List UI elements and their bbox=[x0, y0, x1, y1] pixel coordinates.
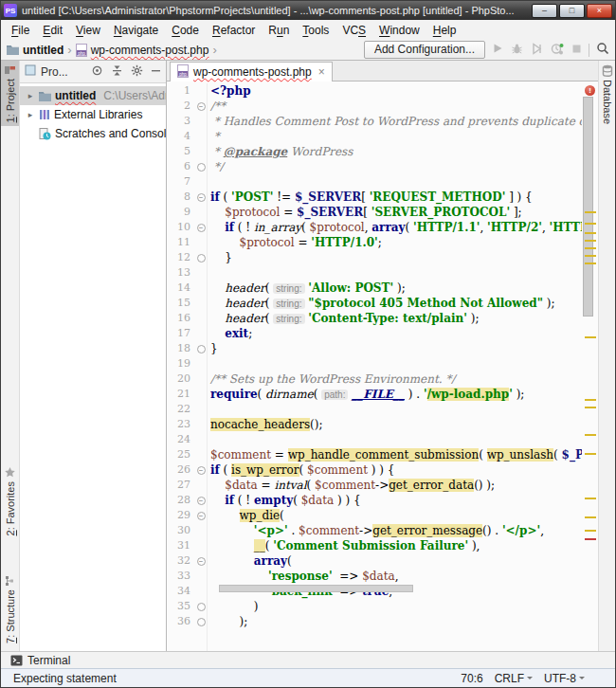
menu-refactor[interactable]: Refactor bbox=[206, 22, 262, 39]
fold-start-icon[interactable]: − bbox=[197, 497, 206, 505]
menu-navigate[interactable]: Navigate bbox=[107, 22, 165, 39]
code-area[interactable]: <?php/** * Handles Comment Post to WordP… bbox=[208, 83, 582, 651]
status-message: Expecting statement bbox=[13, 672, 117, 685]
code-editor[interactable]: 1234567891011121314151617181920212223242… bbox=[167, 81, 598, 651]
collapse-all-icon[interactable] bbox=[111, 64, 123, 80]
chevron-down-icon bbox=[579, 677, 585, 682]
tool-window-button--project[interactable]: 1: Project bbox=[1, 61, 19, 126]
menu-file[interactable]: File bbox=[5, 22, 36, 39]
project-icon bbox=[4, 64, 16, 76]
menu-help[interactable]: Help bbox=[426, 22, 463, 39]
coverage-icon[interactable] bbox=[531, 43, 543, 58]
tab-close-icon[interactable]: × bbox=[317, 65, 325, 79]
chevron-right-icon: › bbox=[208, 43, 220, 57]
tab-wp-comments-post[interactable]: php wp-comments-post.php × bbox=[170, 62, 333, 81]
menu-window[interactable]: Window bbox=[372, 22, 426, 39]
warning-stripe-mark[interactable] bbox=[585, 516, 596, 518]
libraries-icon bbox=[39, 109, 50, 120]
warning-stripe-mark[interactable] bbox=[585, 240, 596, 242]
fold-end-icon[interactable] bbox=[197, 254, 206, 263]
fold-end-icon[interactable] bbox=[197, 163, 206, 172]
warning-stripe-mark[interactable] bbox=[585, 223, 596, 225]
line-number: 8 bbox=[167, 190, 190, 205]
fold-end-icon[interactable] bbox=[197, 618, 206, 626]
warning-stripe-mark[interactable] bbox=[585, 453, 596, 455]
warning-stripe-mark[interactable] bbox=[585, 211, 596, 213]
warning-stripe-mark[interactable] bbox=[585, 498, 596, 499]
encoding-widget[interactable]: UTF-8 bbox=[544, 672, 585, 685]
warning-stripe-mark[interactable] bbox=[585, 530, 596, 532]
run-icon bbox=[492, 43, 503, 54]
tool-window-button--structure[interactable]: 7: Structure bbox=[1, 571, 19, 647]
warning-stripe-mark[interactable] bbox=[585, 263, 596, 264]
expand-chevron-icon[interactable]: ▸ bbox=[26, 91, 35, 100]
tree-item-external-libraries[interactable]: ▸External Libraries bbox=[20, 105, 166, 124]
warning-stripe-mark[interactable] bbox=[585, 232, 596, 234]
caret-position-widget[interactable]: 70:6 bbox=[461, 672, 482, 685]
window-controls: –□× bbox=[532, 4, 612, 18]
title-bar[interactable]: PS untitled [C:\Users\Administrator\Phps… bbox=[1, 1, 615, 20]
fold-start-icon[interactable]: − bbox=[197, 224, 206, 232]
locate-icon bbox=[91, 64, 103, 77]
line-ending-widget[interactable]: CRLF bbox=[495, 672, 533, 685]
php-file-icon: php bbox=[177, 64, 189, 78]
settings-gear-icon[interactable] bbox=[131, 64, 143, 80]
error-stripe-mark[interactable] bbox=[585, 538, 596, 540]
warning-stripe-mark[interactable] bbox=[585, 255, 596, 257]
line-number: 4 bbox=[167, 129, 190, 144]
close-button[interactable]: × bbox=[587, 4, 612, 18]
fold-start-icon[interactable]: − bbox=[197, 193, 206, 202]
debug-icon[interactable] bbox=[511, 43, 523, 58]
warning-stripe-mark[interactable] bbox=[585, 434, 596, 436]
warning-stripe-mark[interactable] bbox=[585, 407, 596, 408]
fold-start-icon[interactable]: − bbox=[197, 557, 206, 566]
breadcrumb-item-untitled[interactable]: untitled bbox=[7, 44, 63, 57]
run-icon[interactable] bbox=[492, 43, 503, 57]
fold-start-icon[interactable]: − bbox=[197, 466, 206, 475]
code-line-5: * @package WordPress bbox=[210, 144, 582, 159]
tool-window-button--favorites[interactable]: 2: Favorites bbox=[1, 462, 19, 539]
code-line-11: $protocol = 'HTTP/1.0'; bbox=[210, 235, 582, 250]
fold-start-icon[interactable]: − bbox=[197, 102, 206, 111]
code-line-16: header( string: 'Content-Type: text/plai… bbox=[210, 311, 582, 326]
tool-window-button-terminal[interactable]: Terminal bbox=[10, 654, 70, 667]
menu-vcs[interactable]: VCS bbox=[335, 22, 372, 39]
maximize-button[interactable]: □ bbox=[559, 4, 585, 18]
fold-end-icon[interactable] bbox=[197, 345, 206, 353]
error-stripe[interactable]: ! bbox=[582, 83, 598, 651]
fold-end-icon[interactable] bbox=[197, 603, 206, 611]
locate-icon[interactable] bbox=[91, 64, 103, 80]
warning-stripe-mark[interactable] bbox=[585, 247, 596, 249]
profiler-icon[interactable] bbox=[551, 43, 564, 58]
menu-edit[interactable]: Edit bbox=[36, 22, 69, 39]
coverage-icon bbox=[531, 43, 543, 55]
code-line-22 bbox=[210, 402, 582, 417]
settings-gear-icon bbox=[131, 64, 143, 77]
add-configuration-button[interactable]: Add Configuration... bbox=[364, 41, 485, 59]
warning-stripe-mark[interactable] bbox=[585, 399, 596, 401]
file-error-indicator-icon[interactable]: ! bbox=[585, 85, 595, 96]
right-tool-strip: Database bbox=[598, 61, 615, 651]
code-line-23: nocache_headers(); bbox=[210, 417, 582, 432]
tree-item-scratches-and-consoles[interactable]: Scratches and Consoles bbox=[20, 124, 166, 143]
line-number: 9 bbox=[167, 205, 190, 220]
warning-stripe-mark[interactable] bbox=[585, 336, 596, 338]
minimize-button[interactable]: – bbox=[532, 4, 557, 18]
menu-code[interactable]: Code bbox=[165, 22, 206, 39]
menu-tools[interactable]: Tools bbox=[296, 22, 335, 39]
menu-run[interactable]: Run bbox=[262, 22, 296, 39]
code-line-9: $protocol = $_SERVER[ 'SERVER_PROTOCOL' … bbox=[210, 205, 582, 220]
horizontal-scrollbar-thumb[interactable] bbox=[219, 585, 413, 592]
fold-start-icon[interactable]: − bbox=[197, 512, 206, 520]
line-number: 26 bbox=[167, 462, 190, 478]
menu-view[interactable]: View bbox=[69, 22, 107, 39]
vertical-scrollbar-thumb[interactable] bbox=[583, 97, 593, 317]
tool-window-button-database[interactable]: Database bbox=[599, 61, 615, 128]
expand-chevron-icon[interactable]: ▸ bbox=[26, 110, 35, 119]
tree-item-untitled[interactable]: ▸untitledC:\Users\Admi bbox=[20, 86, 166, 105]
stop-icon[interactable] bbox=[571, 44, 582, 57]
hide-icon[interactable] bbox=[151, 65, 161, 79]
line-number: 6 bbox=[167, 159, 190, 174]
search-everywhere-button[interactable] bbox=[596, 45, 609, 58]
breadcrumb-item-wp-comments-post-php[interactable]: phpwp-comments-post.php bbox=[76, 44, 209, 57]
